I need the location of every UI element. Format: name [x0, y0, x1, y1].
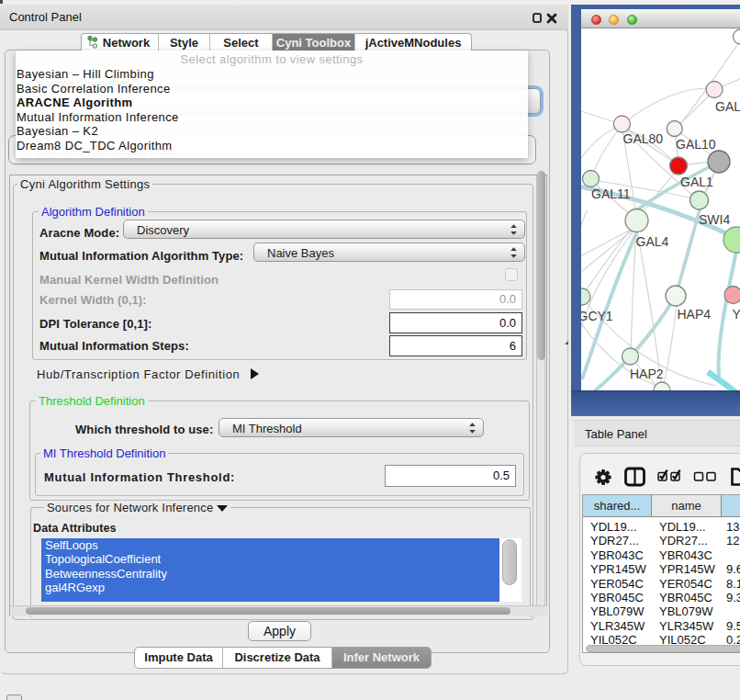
svg-text:HAP2: HAP2 [630, 367, 664, 381]
svg-text:GAL80: GAL80 [623, 131, 664, 146]
svg-text:GAL10: GAL10 [676, 137, 716, 152]
svg-text:GAL2: GAL2 [715, 99, 740, 114]
svg-text:GAL1: GAL1 [680, 175, 713, 189]
svg-text:GCY1: GCY1 [581, 309, 613, 323]
svg-text:GAL4: GAL4 [636, 234, 669, 249]
svg-text:YJ: YJ [733, 307, 740, 322]
svg-text:GAL11: GAL11 [591, 186, 631, 201]
svg-text:HAP4: HAP4 [678, 307, 712, 322]
svg-text:SWI4: SWI4 [699, 212, 730, 227]
